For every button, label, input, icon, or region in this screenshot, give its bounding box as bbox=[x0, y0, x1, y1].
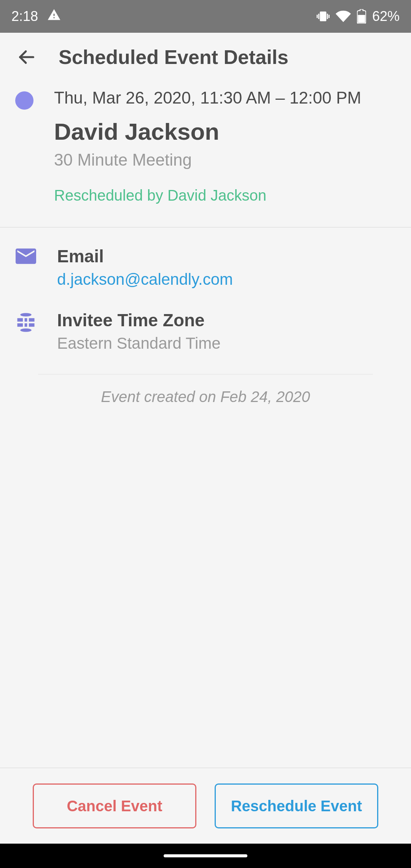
svg-rect-6 bbox=[18, 323, 23, 327]
vibrate-icon bbox=[317, 10, 330, 23]
battery-icon bbox=[357, 9, 366, 24]
event-color-dot bbox=[15, 91, 33, 110]
email-label: Email bbox=[57, 246, 233, 266]
invitee-name: David Jackson bbox=[54, 118, 361, 145]
app-header: Scheduled Event Details bbox=[0, 33, 411, 81]
svg-rect-5 bbox=[29, 318, 35, 322]
back-button[interactable] bbox=[15, 46, 38, 69]
timezone-value: Eastern Standard Time bbox=[57, 334, 221, 353]
event-summary: Thu, Mar 26, 2020, 11:30 AM – 12:00 PM D… bbox=[0, 81, 411, 227]
globe-icon bbox=[15, 312, 37, 333]
svg-rect-0 bbox=[358, 15, 365, 23]
status-bar: 2:18 62% bbox=[0, 0, 411, 33]
detail-row-email: Email d.jackson@calendly.com bbox=[15, 246, 396, 289]
event-type: 30 Minute Meeting bbox=[54, 150, 361, 169]
cancel-event-button[interactable]: Cancel Event bbox=[33, 783, 196, 828]
android-nav-bar bbox=[0, 844, 411, 868]
event-created-on: Event created on Feb 24, 2020 bbox=[15, 375, 396, 419]
mail-icon bbox=[15, 248, 37, 270]
detail-row-timezone: Invitee Time Zone Eastern Standard Time bbox=[15, 310, 396, 353]
page-title: Scheduled Event Details bbox=[59, 46, 288, 69]
warning-icon bbox=[47, 8, 61, 25]
svg-rect-8 bbox=[29, 323, 35, 327]
svg-rect-7 bbox=[25, 323, 27, 327]
bottom-action-bar: Cancel Event Reschedule Event bbox=[0, 767, 411, 844]
svg-rect-3 bbox=[18, 318, 23, 322]
email-value[interactable]: d.jackson@calendly.com bbox=[57, 270, 233, 289]
event-details: Email d.jackson@calendly.com Invitee Ti bbox=[0, 228, 411, 419]
status-battery: 62% bbox=[372, 8, 400, 24]
event-status-note: Rescheduled by David Jackson bbox=[54, 187, 361, 204]
nav-pill[interactable] bbox=[164, 854, 247, 857]
svg-point-2 bbox=[20, 313, 31, 316]
svg-rect-4 bbox=[25, 318, 27, 322]
wifi-icon bbox=[336, 9, 351, 24]
timezone-label: Invitee Time Zone bbox=[57, 310, 221, 330]
event-datetime: Thu, Mar 26, 2020, 11:30 AM – 12:00 PM bbox=[54, 88, 361, 107]
status-time: 2:18 bbox=[11, 8, 38, 24]
reschedule-event-button[interactable]: Reschedule Event bbox=[215, 783, 378, 828]
svg-point-9 bbox=[20, 329, 31, 332]
